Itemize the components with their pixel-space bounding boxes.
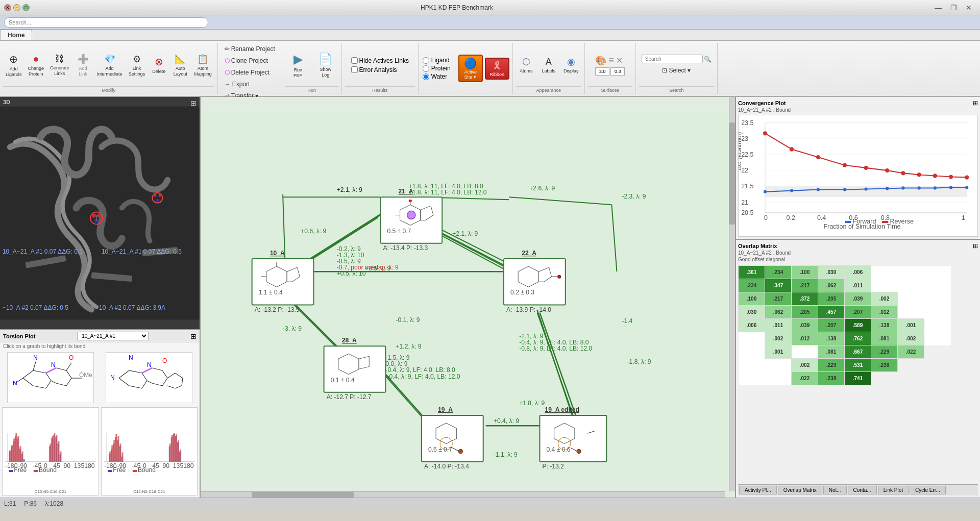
tab-cycle-err[interactable]: Cycle Err... [910,486,946,494]
tab-conta[interactable]: Conta... [848,486,877,494]
svg-text:10_A~21_A #1 0.07 ΔΔG: 0.5: 10_A~21_A #1 0.07 ΔΔG: 0.5 [102,248,182,255]
show-log-button[interactable]: 📄 ShowLog [313,51,338,80]
ribbon-group-results: Hide Actives Links Error Analysis Result… [342,43,419,94]
matrix-cell: .234 [739,279,765,292]
matrix-cell: .372 [792,292,818,306]
svg-text:21.5: 21.5 [741,183,753,190]
matrix-cell: .238 [871,359,898,372]
node-21a [380,197,442,243]
labels-button[interactable]: A Labels [538,55,559,76]
ribbon-group-radio: Ligand Protein Water [419,43,455,94]
matrix-cell [739,345,765,359]
svg-line-40 [119,370,129,378]
modify-buttons: ⊕ AddLigands ● ChangeProtein ⛓ GenerateL… [3,44,214,86]
surfaces-label: Surfaces [588,86,632,93]
svg-point-190 [458,449,462,453]
atom-mapping-button[interactable]: 📋 AtomMapping [191,52,214,79]
add-intermediate-button[interactable]: 💎 AddIntermediate [94,52,125,79]
3d-expand-icon[interactable]: ⊞ [190,99,197,107]
add-ligands-button[interactable]: ⊕ AddLigands [3,51,24,80]
search-icon: 🔍 [704,56,712,63]
atom-mapping-icon: 📋 [197,54,208,65]
overlap-expand-icon[interactable]: ⊞ [973,242,978,250]
svg-rect-102 [34,470,38,472]
fep-hscrollbar[interactable] [201,491,725,498]
search-group-label: Search [639,86,714,93]
close-button[interactable]: ✕ [962,2,976,14]
svg-text:Forward: Forward [853,218,876,225]
svg-point-182 [558,275,561,278]
ribbon-button[interactable]: 🎗 Ribbon [485,58,509,80]
auto-layout-button[interactable]: 📐 AutoLayout [170,52,190,79]
add-link-button[interactable]: ➕ AddLink [73,52,93,79]
node-19a [422,415,483,462]
ribbon-search-input[interactable] [642,55,703,63]
svg-text:~10_A #2 0.07 ΔΔG: 0.5: ~10_A #2 0.07 ΔΔG: 0.5 [3,304,68,311]
tab-home[interactable]: Home [0,30,32,40]
tab-overlap-matrix[interactable]: Overlap Matrix [778,486,822,494]
svg-text:0.6 ± 0.7: 0.6 ± 0.7 [428,446,452,453]
svg-line-50 [152,383,162,386]
svg-point-219 [764,190,767,193]
tab-not[interactable]: Not... [823,486,847,494]
delete-project-button[interactable]: ⬡ Delete Project [221,67,279,78]
error-analysis-checkbox[interactable]: Error Analysis [351,66,409,73]
surface-val-1[interactable] [595,67,609,76]
fep-vscrollbar[interactable] [729,97,735,491]
edge-label-21a-22a-1: +2.1, λ: 9 [452,230,478,237]
matrix-cell [924,279,951,292]
matrix-cell [924,306,951,319]
matrix-cell: .012 [871,306,898,319]
change-protein-button[interactable]: ● ChangeProtein [26,51,47,79]
convergence-expand-icon[interactable]: ⊞ [973,100,978,107]
active-site-button[interactable]: 🔵 ActiveSite ▾ [458,55,483,82]
node-22a [504,259,566,305]
statusbar: L:31 P:86 λ:1028 [0,498,980,509]
center-fep-panel[interactable]: 21_A 0.5 ± 0.7 A: -13.4 P: -13.3 10_A [201,97,735,498]
tab-activity-plot[interactable]: Activity Pl... [739,486,777,494]
protein-radio[interactable]: Protein [423,65,451,72]
torsion-molecule-2: N N N O [106,353,193,404]
torsion-plot-2: -180 -90 -45 0 45 90 135 180 Free Bound [101,407,198,495]
export-button[interactable]: → Export [221,79,279,89]
svg-line-39 [46,368,56,373]
run-fep-button[interactable]: ▶ RunFEP [285,50,311,81]
svg-point-224 [886,187,889,190]
surface-toggle-icon: ✕ [616,56,623,65]
select-button[interactable]: ⊡ Select ▾ [642,65,712,76]
ligand-radio[interactable]: Ligand [423,57,451,64]
hide-actives-links-checkbox[interactable]: Hide Actives Links [351,57,409,64]
generate-links-button[interactable]: ⛓ GenerateLinks [47,52,72,79]
svg-text:O: O [69,354,74,361]
clone-project-button[interactable]: ⬡ Clone Project [221,56,279,66]
water-radio[interactable]: Water [423,73,451,80]
torsion-expand-icon[interactable]: ⊞ [190,332,197,340]
atoms-button[interactable]: ⬡ Atoms [516,54,536,76]
matrix-cell: .001 [898,319,924,332]
node-28a [324,346,386,392]
link-settings-button[interactable]: ⚙ LinkSettings [126,52,148,79]
restore-button[interactable]: ❐ [946,2,961,14]
svg-rect-123 [115,434,117,462]
svg-rect-125 [119,443,121,461]
display-button[interactable]: ◉ Display [561,54,581,76]
bottom-tabs: Activity Pl... Overlap Matrix Not... Con… [738,484,978,495]
svg-text:0.2: 0.2 [787,214,795,221]
surface-val-2[interactable] [610,67,625,76]
matrix-cell: .238 [818,372,845,385]
svg-point-209 [790,147,794,151]
matrix-cell: .100 [739,292,765,306]
svg-point-208 [763,131,767,135]
svg-point-222 [843,188,846,191]
tab-link-plot[interactable]: Link Plot [878,486,909,494]
rename-project-button[interactable]: ✏ Rename Project [221,44,279,54]
main-search-input[interactable] [4,17,208,28]
svg-line-49 [162,378,167,386]
minimize-button[interactable]: — [931,2,945,14]
delete-button[interactable]: ⊗ Delete [149,54,169,77]
svg-rect-126 [121,453,123,462]
overlap-section: Overlap Matrix ⊞ 10_A~21_A #2 : Bound Go… [736,240,980,498]
svg-point-210 [816,155,820,159]
rename-project-icon: ✏ [225,45,230,53]
torsion-select[interactable]: 10_A~21_A #1 [77,332,149,340]
